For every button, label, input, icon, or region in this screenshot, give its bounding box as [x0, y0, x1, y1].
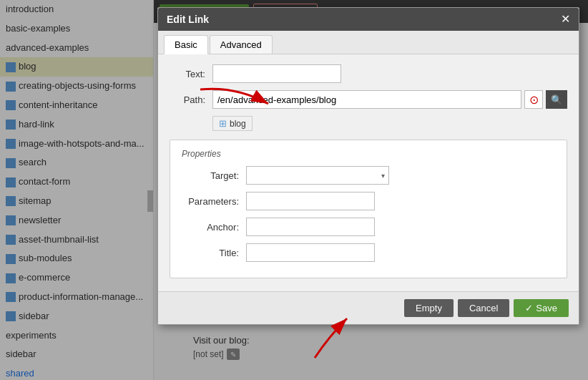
- path-field-row: Path: ⊙ 🔍: [170, 90, 567, 109]
- parameters-row: Parameters:: [182, 192, 555, 210]
- anchor-label: Anchor:: [182, 222, 239, 233]
- modal-header: Edit Link ✕: [158, 8, 579, 31]
- title-input[interactable]: [246, 243, 375, 262]
- modal-tabs: Basic Advanced: [158, 31, 579, 54]
- properties-legend: Properties: [182, 149, 555, 159]
- page-tag-icon: ⊞: [219, 118, 227, 129]
- blog-breadcrumb-tag: ⊞ blog: [212, 116, 253, 131]
- target-row: Target: ▾: [182, 166, 555, 185]
- blog-tag-label: blog: [230, 119, 246, 129]
- properties-box: Properties Target: ▾ Parameters: Anchor:: [170, 140, 567, 278]
- modal-body: Text: Path: ⊙ 🔍 ⊞ blog Properties: [158, 54, 579, 291]
- target-select-wrapper: ▾: [246, 166, 389, 185]
- modal-footer: Empty Cancel ✓ Save: [158, 291, 579, 324]
- title-row: Title:: [182, 243, 555, 262]
- path-search-button[interactable]: 🔍: [546, 90, 567, 109]
- edit-link-modal: Edit Link ✕ Basic Advanced Text: Path: ⊙…: [157, 7, 579, 325]
- target-select[interactable]: [246, 166, 389, 185]
- parameters-input[interactable]: [246, 192, 375, 210]
- search-icon: 🔍: [551, 94, 562, 105]
- path-target-button[interactable]: ⊙: [524, 90, 543, 109]
- cancel-button[interactable]: Cancel: [458, 299, 509, 317]
- text-input[interactable]: [212, 64, 341, 83]
- anchor-row: Anchor:: [182, 218, 555, 236]
- save-button[interactable]: ✓ Save: [514, 299, 569, 317]
- anchor-input[interactable]: [246, 218, 375, 236]
- modal-title: Edit Link: [167, 14, 209, 25]
- title-label: Title:: [182, 248, 239, 258]
- parameters-label: Parameters:: [182, 196, 239, 207]
- save-checkmark-icon: ✓: [525, 303, 533, 313]
- text-label: Text:: [170, 69, 205, 79]
- tab-advanced[interactable]: Advanced: [210, 35, 273, 54]
- path-row: ⊙ 🔍: [212, 90, 567, 109]
- path-input[interactable]: [212, 90, 521, 109]
- target-label: Target:: [182, 170, 239, 181]
- empty-button[interactable]: Empty: [404, 299, 454, 317]
- target-icon: ⊙: [529, 93, 539, 107]
- modal-close-button[interactable]: ✕: [561, 14, 570, 25]
- path-label: Path:: [170, 94, 205, 105]
- tab-basic[interactable]: Basic: [164, 35, 208, 54]
- text-field-row: Text:: [170, 64, 567, 83]
